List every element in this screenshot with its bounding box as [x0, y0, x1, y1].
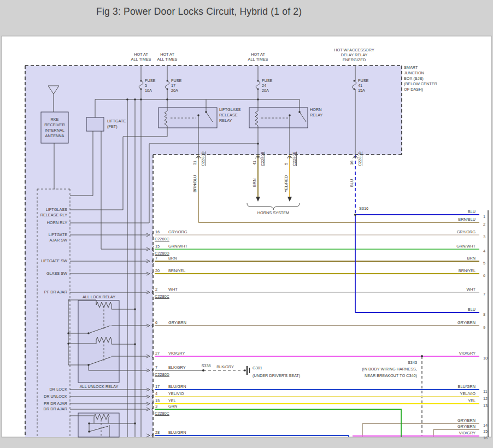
- fuse-rating: 10A: [145, 88, 152, 93]
- sjb-label-line: JUNCTION: [404, 70, 424, 75]
- fuse-rating: 20A: [262, 88, 269, 93]
- connector-label: C2280C: [155, 237, 169, 241]
- wire-color-label: GRY/BRN: [457, 320, 476, 325]
- splice-s343-dot: [421, 355, 423, 357]
- sjb-label-line: BOX (SJB): [404, 76, 424, 81]
- wire-color-label: BLU/GRN: [168, 430, 186, 435]
- stub-label: LIFTGATE SW: [41, 258, 67, 263]
- wire-color-label: GRN/WHT: [168, 244, 187, 249]
- pin-number: 15: [155, 398, 160, 403]
- pin-number: 16: [155, 229, 160, 234]
- power-source-label: HOT AT: [160, 52, 174, 57]
- sjb-label-line: OF DASH): [404, 87, 423, 92]
- splice-s338-dot: [202, 369, 204, 372]
- stub-label: RELEASE RLY: [40, 213, 67, 217]
- wire-color-label: GRN/WHT: [456, 244, 476, 249]
- fuse-label: FUSE: [358, 78, 369, 83]
- wiring-diagram: HOT ATALL TIMESHOT ATALL TIMESHOT ATALL …: [0, 0, 493, 448]
- wire-color-label: GRY/ORG: [457, 229, 476, 234]
- fuse-label: FUSE: [262, 78, 273, 83]
- wire-color-label: BLU/GRN: [458, 384, 476, 389]
- connector-label: C2280C: [155, 294, 169, 299]
- row-number: 2: [483, 222, 485, 227]
- pin-number: 3: [155, 404, 157, 409]
- liftglass-relay-label: LIFTGLASS: [219, 107, 240, 112]
- stub-label: HORN RLY: [47, 220, 67, 225]
- wire-color-label: GRY/BRN: [168, 320, 186, 325]
- row-number: 1: [483, 214, 485, 219]
- all-unlock-relay-label: ALL UNLOCK RELAY: [80, 384, 119, 389]
- fuse-terminal: [167, 89, 168, 90]
- sjb-label-line: (BELOW CENTER: [404, 81, 437, 86]
- stub-label: GLASS SW: [46, 271, 67, 276]
- rke-label-line: RECEIVER: [44, 122, 64, 127]
- wire-color-label: BRN/BLU: [192, 175, 197, 192]
- wire-color-label: VIO/GRY: [168, 351, 185, 356]
- row-number: 11: [483, 389, 488, 394]
- fuse-label: FUSE: [145, 78, 156, 83]
- stub-label: DR LOCK: [50, 387, 68, 392]
- wire-color-label: GRY/ORG: [168, 229, 187, 234]
- fuse-rating: 20A: [171, 88, 178, 93]
- power-source-label: ALL TIMES: [248, 57, 268, 62]
- connector-label: C2280D: [155, 251, 169, 256]
- row-number: 12: [483, 396, 488, 401]
- pin-number: 16: [349, 161, 354, 165]
- wire-color-label: BLK/GRY: [216, 364, 234, 369]
- row-number: 10: [483, 356, 488, 361]
- fuse-terminal: [354, 89, 355, 90]
- rke-label-line: INTERNAL: [45, 128, 64, 133]
- row-number: 14: [483, 423, 488, 428]
- pin-number: 41: [252, 161, 257, 165]
- stub-label: DR DR AJAR: [44, 406, 67, 411]
- pin-number: 15: [155, 244, 160, 249]
- rke-label-line: RKE: [50, 117, 58, 122]
- row-number: 6: [483, 273, 485, 278]
- wire-color-label: YEL: [168, 398, 176, 403]
- splice-s316-dot: [354, 214, 356, 216]
- splice-s316-label: S316: [359, 206, 368, 211]
- pin-number: 20: [155, 268, 160, 273]
- connector-label: C2280D: [357, 151, 362, 166]
- ground-g301-label: G301: [253, 366, 262, 370]
- wire-color-label: YEL: [468, 398, 476, 403]
- pin-number: 7: [155, 365, 157, 370]
- ground-location-label: (UNDER DRIVER'S SEAT): [253, 373, 300, 378]
- pin-number: 28: [155, 430, 160, 435]
- fuse-terminal: [140, 80, 142, 82]
- wiring-diagram-page: Fig 3: Power Door Locks Circuit, Hybrid …: [0, 0, 493, 448]
- wire-color-label: BRN: [467, 256, 476, 261]
- liftglass-relay-label: RELAY: [219, 118, 232, 123]
- wire-color-label: BRN: [168, 256, 177, 261]
- splice-s343-label: NEAR BREAKOUT TO C340): [365, 373, 417, 378]
- wire-color-label: BLK/GRY: [168, 365, 186, 370]
- pin-number: 4: [155, 391, 157, 396]
- sjb-label-line: SMART: [404, 65, 418, 70]
- fuse-terminal: [257, 89, 259, 90]
- fuse-rating: 15A: [358, 88, 365, 93]
- stub-label: PR DR AJAR: [44, 401, 67, 406]
- wire-color-label: YEL/RED: [284, 175, 289, 192]
- wire-color-label: BRN: [252, 179, 257, 187]
- fuse-number: 17: [171, 83, 175, 88]
- connector-label: C2280D: [201, 151, 206, 166]
- wire-color-label: VIO/GRY: [459, 431, 476, 435]
- power-source-label: ENERGIZED: [343, 57, 366, 62]
- row-number: 9: [483, 325, 485, 330]
- wire-color-label: BRN/BLU: [458, 217, 476, 222]
- row-number: 3: [483, 234, 485, 239]
- wire-color-label: BLU: [468, 209, 476, 214]
- wire-color-label: BRN/YEL: [459, 268, 476, 273]
- wire-color-label: WHT: [466, 287, 476, 292]
- wire-color-label: VIO/GRY: [459, 351, 476, 356]
- power-source-label: HOT AT: [251, 52, 265, 57]
- liftgate-fet-box: [86, 117, 104, 131]
- fuse-label: FUSE: [171, 78, 182, 83]
- horn-relay-label: RELAY: [310, 113, 323, 117]
- stub-label: DR UNLOCK: [44, 394, 67, 399]
- row-number: 8: [483, 312, 485, 317]
- wire-color-label: GRY/BRN: [457, 424, 476, 429]
- stub-label: LIFTGATE: [49, 232, 67, 237]
- fuse-terminal: [354, 80, 355, 82]
- wire-color-label: GRY/BRN: [457, 418, 476, 423]
